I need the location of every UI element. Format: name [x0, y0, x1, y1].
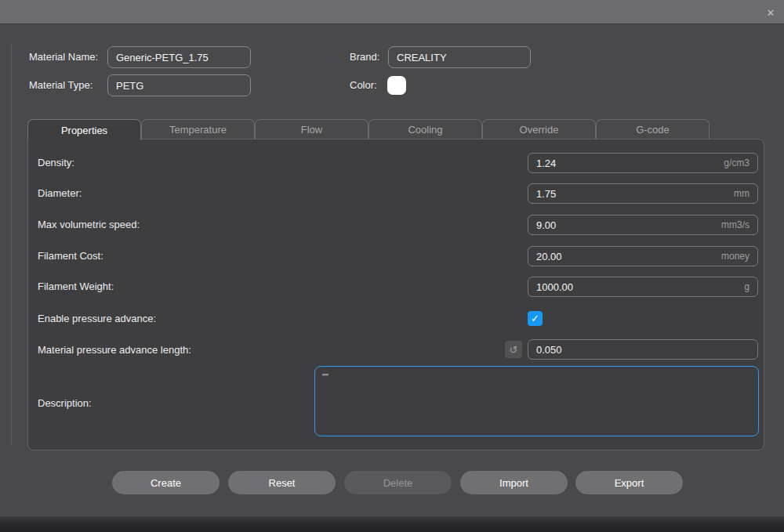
material-type-input[interactable] — [107, 74, 251, 96]
density-label: Density: — [38, 157, 74, 168]
import-button[interactable]: Import — [460, 471, 568, 494]
diameter-input[interactable] — [528, 188, 734, 200]
diameter-label: Diameter: — [38, 187, 82, 199]
diameter-unit: mm — [734, 188, 757, 199]
pressure-advance-length-input[interactable] — [528, 344, 757, 356]
close-icon[interactable]: ✕ — [764, 5, 778, 20]
export-button[interactable]: Export — [575, 471, 683, 494]
tab-flow[interactable]: Flow — [255, 119, 368, 139]
material-name-input[interactable] — [107, 46, 251, 68]
pressure-advance-length-field — [528, 339, 758, 360]
max-volumetric-speed-unit: mm3/s — [721, 219, 757, 230]
density-input[interactable] — [528, 157, 724, 169]
filament-weight-field: g — [528, 277, 758, 297]
diameter-field: mm — [528, 183, 758, 204]
reset-button[interactable]: Reset — [228, 471, 336, 494]
color-swatch[interactable] — [387, 76, 406, 95]
color-label: Color: — [350, 74, 377, 96]
filament-weight-label: Filament Weight: — [38, 280, 114, 292]
enable-pressure-advance-label: Enable pressure advance: — [38, 313, 156, 324]
tab-cooling[interactable]: Cooling — [368, 119, 482, 139]
delete-button[interactable]: Delete — [344, 471, 452, 494]
material-name-label: Material Name: — [29, 46, 98, 68]
density-unit: g/cm3 — [724, 157, 757, 168]
description-label: Description: — [38, 397, 92, 409]
filament-cost-unit: money — [721, 251, 757, 262]
material-type-label: Material Type: — [29, 74, 93, 96]
undo-icon[interactable]: ↺ — [505, 341, 522, 358]
max-volumetric-speed-field: mm3/s — [528, 215, 758, 235]
left-divider — [11, 43, 12, 445]
filament-weight-unit: g — [744, 281, 757, 292]
bottom-strip — [0, 516, 784, 532]
brand-label: Brand: — [350, 46, 379, 68]
filament-cost-input[interactable] — [528, 251, 721, 262]
check-icon: ✓ — [531, 313, 539, 324]
max-volumetric-speed-input[interactable] — [528, 219, 721, 231]
density-field: g/cm3 — [528, 153, 758, 173]
description-textarea[interactable]: "" — [314, 366, 759, 436]
tab-properties[interactable]: Properties — [27, 119, 141, 140]
tab-override[interactable]: Override — [482, 119, 596, 139]
create-button[interactable]: Create — [112, 471, 220, 494]
brand-input[interactable] — [388, 46, 531, 68]
max-volumetric-speed-label: Max volumetric speed: — [38, 219, 140, 230]
tab-gcode[interactable]: G-code — [596, 119, 710, 139]
properties-panel: Density: g/cm3 Diameter: mm Max volumetr… — [27, 139, 764, 451]
filament-cost-field: money — [528, 246, 758, 266]
tab-temperature[interactable]: Temperature — [141, 119, 255, 139]
filament-cost-label: Filament Cost: — [38, 250, 103, 262]
pressure-advance-length-label: Material pressure advance length: — [38, 344, 191, 356]
tabbar: Properties Temperature Flow Cooling Over… — [27, 119, 710, 139]
pressure-advance-checkbox[interactable]: ✓ — [528, 311, 543, 326]
filament-weight-input[interactable] — [528, 281, 744, 293]
titlebar: ✕ — [0, 0, 784, 24]
